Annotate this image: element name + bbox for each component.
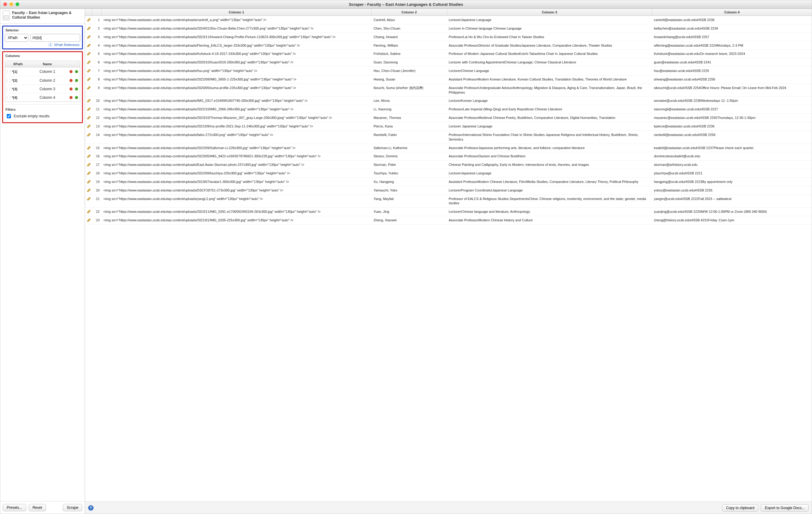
pencil-icon[interactable] bbox=[86, 209, 91, 214]
result-row[interactable]: 23<img src="https://www.eastasian.ucsb.e… bbox=[85, 216, 812, 225]
result-row[interactable]: 12<img src="https://www.eastasian.ucsb.e… bbox=[85, 114, 812, 122]
pencil-icon[interactable] bbox=[86, 123, 91, 129]
pencil-icon[interactable] bbox=[86, 59, 91, 65]
edit-cell[interactable] bbox=[85, 216, 92, 224]
pencil-icon[interactable] bbox=[86, 196, 91, 201]
column-xpath[interactable]: *[1] bbox=[11, 70, 30, 74]
results-header-col4[interactable]: Column 4 bbox=[652, 9, 812, 16]
minimize-window-button[interactable] bbox=[9, 2, 13, 6]
pencil-icon[interactable] bbox=[86, 34, 91, 39]
edit-cell[interactable] bbox=[85, 67, 92, 75]
pencil-icon[interactable] bbox=[86, 51, 91, 56]
drag-handle-icon[interactable] bbox=[5, 69, 11, 74]
copy-clipboard-button[interactable]: Copy to clipboard bbox=[722, 504, 758, 512]
pencil-icon[interactable] bbox=[86, 179, 91, 184]
column-xpath[interactable]: *[2] bbox=[11, 79, 30, 82]
pencil-icon[interactable] bbox=[86, 68, 91, 74]
pencil-icon[interactable] bbox=[86, 145, 91, 150]
pencil-icon[interactable] bbox=[86, 42, 91, 48]
pencil-icon[interactable] bbox=[86, 153, 91, 159]
edit-cell[interactable] bbox=[85, 178, 92, 185]
result-row[interactable]: 3<img src="https://www.eastasian.ucsb.ed… bbox=[85, 33, 812, 41]
xpath-reference-link[interactable]: XPath Reference bbox=[54, 43, 80, 47]
column-row[interactable]: *[4]Column 4 bbox=[5, 93, 80, 102]
column-name[interactable]: Column 1 bbox=[30, 69, 65, 74]
pencil-icon[interactable] bbox=[86, 17, 91, 23]
edit-cell[interactable] bbox=[85, 41, 92, 49]
results-body[interactable]: 1<img src="https://www.eastasian.ucsb.ed… bbox=[85, 16, 812, 502]
pencil-icon[interactable] bbox=[86, 26, 91, 31]
column-row[interactable]: *[1]Column 1 bbox=[5, 67, 80, 76]
remove-column-icon[interactable] bbox=[69, 96, 72, 99]
drag-handle-icon[interactable] bbox=[5, 95, 11, 100]
selector-input[interactable] bbox=[30, 34, 80, 42]
edit-cell[interactable] bbox=[85, 169, 92, 177]
drag-handle-icon[interactable] bbox=[5, 78, 11, 83]
add-column-icon[interactable] bbox=[75, 96, 78, 99]
help-icon[interactable]: ? bbox=[88, 505, 93, 511]
column-xpath[interactable]: *[3] bbox=[11, 87, 30, 91]
result-row[interactable]: 20<img src="https://www.eastasian.ucsb.e… bbox=[85, 186, 812, 195]
result-row[interactable]: 14<img src="https://www.eastasian.ucsb.e… bbox=[85, 131, 812, 144]
edit-cell[interactable] bbox=[85, 114, 92, 122]
pencil-icon[interactable] bbox=[86, 98, 91, 103]
edit-cell[interactable] bbox=[85, 33, 92, 41]
pencil-icon[interactable] bbox=[86, 106, 91, 112]
export-gdocs-button[interactable]: Export to Google Docs... bbox=[761, 504, 809, 512]
result-row[interactable]: 17<img src="https://www.eastasian.ucsb.e… bbox=[85, 161, 812, 169]
exclude-empty-checkbox[interactable] bbox=[7, 114, 11, 118]
column-row[interactable]: *[3]Column 3 bbox=[5, 84, 80, 93]
edit-cell[interactable] bbox=[85, 122, 92, 130]
close-window-button[interactable] bbox=[3, 2, 7, 6]
exclude-empty-label[interactable]: Exclude empty results bbox=[14, 114, 49, 118]
result-row[interactable]: 16<img src="https://www.eastasian.ucsb.e… bbox=[85, 152, 812, 161]
result-row[interactable]: 8<img src="https://www.eastasian.ucsb.ed… bbox=[85, 75, 812, 84]
results-header-col2[interactable]: Column 2 bbox=[372, 9, 447, 16]
pencil-icon[interactable] bbox=[86, 85, 91, 90]
edit-cell[interactable] bbox=[85, 144, 92, 152]
edit-cell[interactable] bbox=[85, 186, 92, 194]
add-column-icon[interactable] bbox=[75, 87, 78, 90]
column-xpath[interactable]: *[4] bbox=[11, 96, 30, 99]
result-row[interactable]: 6<img src="https://www.eastasian.ucsb.ed… bbox=[85, 58, 812, 67]
pencil-icon[interactable] bbox=[86, 188, 91, 193]
edit-cell[interactable] bbox=[85, 75, 92, 83]
result-row[interactable]: 15<img src="https://www.eastasian.ucsb.e… bbox=[85, 144, 812, 152]
edit-cell[interactable] bbox=[85, 50, 92, 58]
presets-button[interactable]: Presets... bbox=[3, 504, 26, 511]
edit-cell[interactable] bbox=[85, 152, 92, 160]
edit-cell[interactable] bbox=[85, 24, 92, 32]
remove-column-icon[interactable] bbox=[69, 79, 72, 82]
results-header-col1[interactable]: Column 1 bbox=[102, 9, 372, 16]
column-row[interactable]: *[2]Column 2 bbox=[5, 76, 80, 84]
result-row[interactable]: 5<img src="https://www.eastasian.ucsb.ed… bbox=[85, 50, 812, 58]
pencil-icon[interactable] bbox=[86, 170, 91, 176]
pencil-icon[interactable] bbox=[86, 217, 91, 223]
add-column-icon[interactable] bbox=[75, 70, 78, 73]
result-row[interactable]: 11<img src="https://www.eastasian.ucsb.e… bbox=[85, 105, 812, 114]
result-row[interactable]: 7<img src="https://www.eastasian.ucsb.ed… bbox=[85, 67, 812, 75]
column-name[interactable]: Column 3 bbox=[30, 87, 65, 91]
selector-type-dropdown[interactable]: XPathjQuery bbox=[5, 34, 28, 42]
scrape-button[interactable]: Scrape bbox=[63, 504, 82, 511]
result-row[interactable]: 22<img src="https://www.eastasian.ucsb.e… bbox=[85, 208, 812, 216]
result-row[interactable]: 13<img src="https://www.eastasian.ucsb.e… bbox=[85, 122, 812, 131]
column-name[interactable]: Column 4 bbox=[30, 95, 65, 100]
pencil-icon[interactable] bbox=[86, 162, 91, 167]
results-header-col3[interactable]: Column 3 bbox=[447, 9, 652, 16]
edit-cell[interactable] bbox=[85, 195, 92, 203]
edit-cell[interactable] bbox=[85, 16, 92, 24]
edit-cell[interactable] bbox=[85, 208, 92, 216]
result-row[interactable]: 4<img src="https://www.eastasian.ucsb.ed… bbox=[85, 41, 812, 50]
pencil-icon[interactable] bbox=[86, 77, 91, 82]
result-row[interactable]: 2<img src="https://www.eastasian.ucsb.ed… bbox=[85, 24, 812, 33]
remove-column-icon[interactable] bbox=[69, 87, 72, 90]
edit-cell[interactable] bbox=[85, 84, 92, 92]
edit-cell[interactable] bbox=[85, 97, 92, 105]
reset-button[interactable]: Reset bbox=[29, 504, 46, 511]
edit-cell[interactable] bbox=[85, 58, 92, 66]
result-row[interactable]: 18<img src="https://www.eastasian.ucsb.e… bbox=[85, 169, 812, 178]
add-column-icon[interactable] bbox=[75, 79, 78, 82]
edit-cell[interactable] bbox=[85, 161, 92, 169]
column-name[interactable]: Column 2 bbox=[30, 78, 65, 83]
